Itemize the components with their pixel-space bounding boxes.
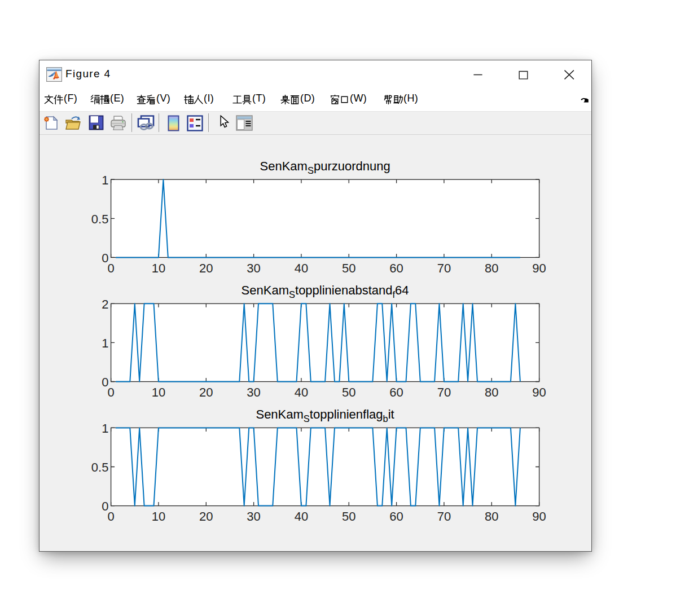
svg-text:40: 40 bbox=[295, 261, 308, 275]
svg-text:30: 30 bbox=[247, 385, 260, 399]
svg-text:80: 80 bbox=[485, 261, 498, 275]
svg-text:10: 10 bbox=[152, 385, 165, 399]
svg-text:0.5: 0.5 bbox=[91, 212, 109, 226]
svg-text:40: 40 bbox=[295, 385, 308, 399]
svg-text:70: 70 bbox=[437, 385, 451, 399]
svg-text:1: 1 bbox=[102, 336, 108, 350]
svg-text:30: 30 bbox=[247, 509, 260, 523]
svg-text:0.5: 0.5 bbox=[91, 460, 109, 474]
svg-text:1: 1 bbox=[102, 173, 108, 187]
svg-text:90: 90 bbox=[532, 261, 546, 275]
svg-text:0: 0 bbox=[102, 499, 108, 513]
svg-text:60: 60 bbox=[389, 261, 403, 275]
svg-text:50: 50 bbox=[342, 385, 355, 399]
svg-text:SenKamS​topplinienabstandf​64: SenKamS​topplinienabstandf​64 bbox=[242, 283, 409, 300]
svg-text:70: 70 bbox=[437, 509, 451, 523]
svg-text:70: 70 bbox=[437, 261, 451, 275]
svg-text:0: 0 bbox=[102, 375, 108, 389]
svg-text:30: 30 bbox=[247, 261, 260, 275]
svg-text:20: 20 bbox=[199, 509, 213, 523]
svg-text:40: 40 bbox=[295, 509, 308, 523]
svg-text:SenKamS​purzuordnung: SenKamS​purzuordnung bbox=[260, 159, 390, 175]
svg-text:10: 10 bbox=[152, 509, 165, 523]
svg-text:SenKamS​topplinienflagb​it: SenKamS​topplinienflagb​it bbox=[256, 407, 394, 424]
svg-text:80: 80 bbox=[485, 385, 498, 399]
svg-text:10: 10 bbox=[152, 261, 165, 275]
svg-text:1: 1 bbox=[102, 421, 108, 435]
svg-text:50: 50 bbox=[342, 261, 355, 275]
svg-text:60: 60 bbox=[389, 385, 403, 399]
svg-text:90: 90 bbox=[532, 385, 546, 399]
svg-text:90: 90 bbox=[532, 509, 546, 523]
svg-text:2: 2 bbox=[102, 297, 108, 311]
svg-text:60: 60 bbox=[389, 509, 403, 523]
svg-text:0: 0 bbox=[102, 251, 108, 265]
svg-text:80: 80 bbox=[485, 509, 498, 523]
svg-text:20: 20 bbox=[199, 385, 213, 399]
svg-text:20: 20 bbox=[199, 261, 213, 275]
svg-text:50: 50 bbox=[342, 509, 355, 523]
